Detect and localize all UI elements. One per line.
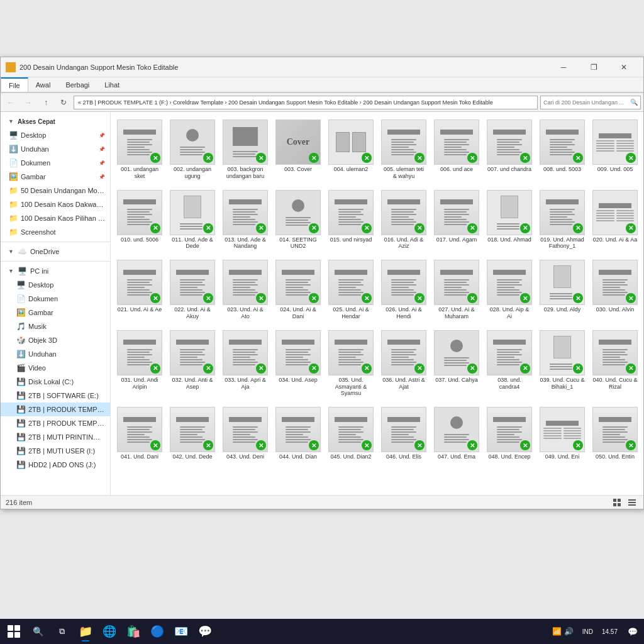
tab-file[interactable]: File bbox=[1, 77, 28, 92]
file-item-022[interactable]: ✕022. Und. Ai & Akuy bbox=[169, 257, 216, 323]
file-item-016[interactable]: ✕016. Und. Adi & Aziz bbox=[380, 187, 428, 253]
file-item-019[interactable]: ✕019. Und. Ahmad Fathony_1 bbox=[538, 187, 586, 253]
file-item-014[interactable]: ✕014. SEETING UND2 bbox=[274, 187, 322, 253]
refresh-button[interactable]: ↻ bbox=[56, 95, 71, 110]
sidebar-item-drive-h[interactable]: 💾 2TB | MUTI PRINTING (H:) bbox=[1, 430, 110, 444]
file-item-036[interactable]: ✕036. Und. Astri & Ajat bbox=[380, 328, 428, 399]
sidebar-item-drive-g[interactable]: 💾 2TB | PRODUK TEMPLATE 2 (G:) bbox=[1, 416, 110, 430]
search-box[interactable]: 🔍 bbox=[540, 96, 641, 109]
file-item-029[interactable]: ✕029. Und. Aldy bbox=[538, 257, 586, 323]
file-item-034[interactable]: ✕034. Und. Asep bbox=[274, 328, 322, 399]
file-item-042[interactable]: ✕042. Und. Dede bbox=[169, 404, 216, 463]
file-item-027[interactable]: ✕027. Und. Ai & Muharam bbox=[433, 257, 480, 323]
file-item-031[interactable]: ✕031. Und. Andi Aripin bbox=[116, 328, 164, 399]
file-item-047[interactable]: ✕047. Und. Ema bbox=[433, 404, 480, 463]
tab-lihat[interactable]: Lihat bbox=[97, 77, 127, 92]
file-item-003b[interactable]: ✕003. backgron undangan baru bbox=[221, 117, 269, 182]
sidebar-item-drive-e[interactable]: 💾 2TB | SOFTWARE (E:) bbox=[1, 389, 110, 402]
address-path[interactable]: « 2TB | PRODUK TEMPLATE 1 (F:) › Coreldr… bbox=[74, 96, 538, 109]
taskbar-store[interactable]: 🛍️ bbox=[122, 620, 145, 643]
file-item-006[interactable]: ✕006. und ace bbox=[433, 117, 480, 182]
file-item-007[interactable]: ✕007. und chandra bbox=[486, 117, 533, 182]
view-details[interactable] bbox=[626, 497, 638, 508]
file-item-021[interactable]: ✕021. Und. Ai & Ae bbox=[116, 257, 164, 323]
sidebar-item-desktop-pc[interactable]: 🖥️ Desktop bbox=[1, 278, 110, 292]
taskbar-edge[interactable]: 🌐 bbox=[98, 620, 121, 643]
sidebar-item-dokumen-pc[interactable]: 📄 Dokumen bbox=[1, 292, 110, 306]
back-button[interactable]: ← bbox=[3, 95, 18, 110]
sidebar-item-unduhan-pc[interactable]: ⬇️ Unduhan bbox=[1, 347, 110, 361]
file-item-011[interactable]: ✕011. Und. Ade & Dede bbox=[169, 187, 216, 253]
sidebar-item-drive-c[interactable]: 💾 Disk Lokal (C:) bbox=[1, 375, 110, 389]
sidebar-item-100kaos-pilihan[interactable]: 📁 100 Desain Kaos Pilihan 5 Katego... bbox=[1, 211, 110, 225]
file-item-048[interactable]: ✕048. Und. Encep bbox=[486, 404, 533, 463]
file-item-041[interactable]: ✕041. Und. Dani bbox=[116, 404, 164, 463]
start-button[interactable] bbox=[3, 620, 25, 643]
close-button[interactable]: ✕ bbox=[609, 57, 638, 77]
file-item-008[interactable]: ✕008. und. 5003 bbox=[538, 117, 586, 182]
view-large-icons[interactable] bbox=[611, 497, 623, 508]
file-item-023[interactable]: ✕023. Und. Ai & Ato bbox=[221, 257, 269, 323]
file-item-015[interactable]: ✕015. und nirsyad bbox=[327, 187, 375, 253]
sidebar-item-drive-i[interactable]: 💾 2TB | MUTI USER (I:) bbox=[1, 444, 110, 458]
file-item-033[interactable]: ✕033. Und. Apri & Aja bbox=[221, 328, 269, 399]
file-item-044[interactable]: ✕044. Und. Dian bbox=[274, 404, 322, 463]
file-item-030[interactable]: ✕030. Und. Alvin bbox=[591, 257, 639, 323]
sidebar-item-gambar-quick[interactable]: 🖼️ Gambar 📌 bbox=[1, 170, 110, 184]
file-item-017[interactable]: ✕017. Und. Agam bbox=[433, 187, 480, 253]
file-item-024[interactable]: ✕024. Und. Ai & Dani bbox=[274, 257, 322, 323]
up-button[interactable]: ↑ bbox=[38, 95, 53, 110]
file-item-018[interactable]: ✕018. Und. Ahmad bbox=[486, 187, 533, 253]
sidebar-item-onedrive[interactable]: ▼ ☁️ OneDrive bbox=[1, 245, 110, 258]
sidebar-item-drive-j[interactable]: 💾 HDD2 | ADD ONS (J:) bbox=[1, 458, 110, 472]
file-item-028[interactable]: ✕028. Und. Aip & Ai bbox=[486, 257, 533, 323]
taskbar-file-explorer[interactable]: 📁 bbox=[74, 620, 97, 643]
taskbar-chrome[interactable]: 🔵 bbox=[146, 620, 169, 643]
file-item-010[interactable]: ✕010. und. 5006 bbox=[116, 187, 164, 253]
minimize-button[interactable]: ─ bbox=[549, 57, 578, 77]
file-item-003c[interactable]: Cover✕003. Cover bbox=[274, 117, 322, 182]
forward-button[interactable]: → bbox=[21, 95, 36, 110]
sidebar-item-unduhan-quick[interactable]: ⬇️ Unduhan 📌 bbox=[1, 142, 110, 156]
file-item-004[interactable]: ✕004. uleman2 bbox=[327, 117, 375, 182]
sidebar-item-pc[interactable]: ▼ 🖥️ PC ini bbox=[1, 264, 110, 278]
tab-berbagi[interactable]: Berbagi bbox=[58, 77, 97, 92]
sidebar-item-100kaos-dakwah[interactable]: 📁 100 Desain Kaos Dakwah Terlaris bbox=[1, 197, 110, 211]
sidebar-item-screenshot[interactable]: 📁 Screenshot bbox=[1, 225, 110, 239]
sidebar-item-desktop-quick[interactable]: 🖥️ Desktop 📌 bbox=[1, 128, 110, 142]
search-input[interactable] bbox=[543, 99, 628, 106]
file-item-037[interactable]: ✕037. Und. Cahya bbox=[433, 328, 480, 399]
sidebar-item-dokumen-quick[interactable]: 📄 Dokumen 📌 bbox=[1, 156, 110, 170]
file-item-005[interactable]: ✕005. uleman teti & wahyu bbox=[380, 117, 428, 182]
sidebar-item-video[interactable]: 🎬 Video bbox=[1, 361, 110, 375]
sidebar-item-musik[interactable]: 🎵 Musik bbox=[1, 319, 110, 333]
file-item-050[interactable]: ✕050. Und. Entin bbox=[591, 404, 639, 463]
taskbar-notification[interactable]: 💬 bbox=[624, 620, 641, 643]
sidebar-item-3d[interactable]: 🎲 Objek 3D bbox=[1, 333, 110, 347]
restore-button[interactable]: ❐ bbox=[579, 57, 608, 77]
file-item-035[interactable]: ✕035. Und. Asmayanti & Syamsu bbox=[327, 328, 375, 399]
file-item-039[interactable]: ✕039. Und. Cucu & Bihaki_1 bbox=[538, 328, 586, 399]
taskbar-app8[interactable]: 💬 bbox=[194, 620, 216, 643]
tab-awal[interactable]: Awal bbox=[28, 77, 58, 92]
file-item-038[interactable]: ✕038. und. candra4 bbox=[486, 328, 533, 399]
sidebar-item-drive-f[interactable]: 💾 2TB | PRODUK TEMPLATE 1 (F:) bbox=[1, 402, 110, 416]
file-item-043[interactable]: ✕043. Und. Deni bbox=[221, 404, 269, 463]
file-item-045[interactable]: ✕045. Und. Dian2 bbox=[327, 404, 375, 463]
sidebar-item-gambar-pc[interactable]: 🖼️ Gambar bbox=[1, 306, 110, 319]
file-item-026[interactable]: ✕026. Und. Ai & Hendi bbox=[380, 257, 428, 323]
file-item-040[interactable]: ✕040. Und. Cucu & Rizal bbox=[591, 328, 639, 399]
file-item-009[interactable]: ✕009. Und. 005 bbox=[591, 117, 639, 182]
file-item-020[interactable]: ✕020. Und. Ai & Aa bbox=[591, 187, 639, 253]
file-item-013a[interactable]: ✕013. Und. Ade & Nandang bbox=[221, 187, 269, 253]
taskbar-app7[interactable]: 📧 bbox=[170, 620, 192, 643]
taskbar-task-view[interactable]: ⧉ bbox=[50, 620, 73, 643]
file-item-001[interactable]: ✕001. undangan sket bbox=[116, 117, 164, 182]
file-item-049[interactable]: ✕049. Und. Eni bbox=[538, 404, 586, 463]
sidebar-item-50desain[interactable]: 📁 50 Desain Undangan Modern Kel... bbox=[1, 184, 110, 197]
file-item-002[interactable]: ✕002. undangan ugung bbox=[169, 117, 216, 182]
file-item-032[interactable]: ✕032. Und. Anti & Asep bbox=[169, 328, 216, 399]
taskbar-clock[interactable]: 14.57 bbox=[597, 628, 623, 636]
file-item-046[interactable]: ✕046. Und. Elis bbox=[380, 404, 428, 463]
file-item-025[interactable]: ✕025. Und. Ai & Hendar bbox=[327, 257, 375, 323]
